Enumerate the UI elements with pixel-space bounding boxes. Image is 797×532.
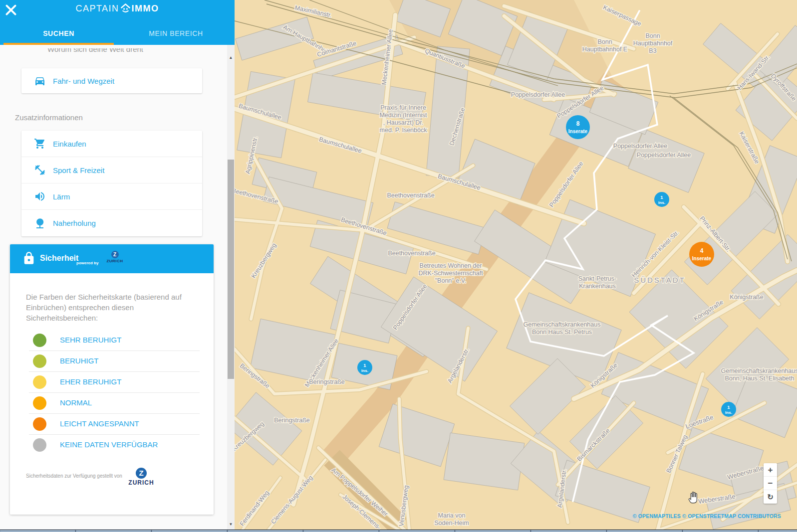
sidebar-content: Worum sich deine Welt dreht Fahr- und We… (0, 45, 227, 530)
svg-text:Ins.: Ins. (361, 368, 368, 373)
map-label-med-p-isenb-ck: med. P. Isenböck (380, 127, 428, 134)
svg-text:Ins.: Ins. (725, 410, 732, 415)
extra-item-naherholung[interactable]: Naherholung (21, 210, 202, 236)
rotate-reset-button[interactable]: ↻ (764, 490, 777, 504)
security-legend: SEHR BERUHIGTBERUHIGTEHER BERUHIGTNORMAL… (10, 330, 214, 456)
svg-text:1: 1 (363, 362, 366, 368)
dumbbell-icon (34, 164, 46, 176)
section-heading: Worum sich deine Welt dreht (47, 48, 143, 56)
map-label-gemeinschaftskrankenhaus: Gemeinschaftskrankenhaus (524, 321, 601, 328)
map-label-bonn-haus-st-petrus: Bonn Haus St. Petrus (532, 329, 592, 336)
tab-suchen[interactable]: SUCHEN (0, 22, 117, 45)
map-label-bonn-haus-st-elisabeth: Bonn, Haus St. Elisabeth (725, 375, 795, 382)
legend-label: LEICHT ANGESPANNT (60, 419, 139, 428)
legend-label: NORMAL (60, 398, 92, 407)
map-marker-4-inserate[interactable]: 4Inserate (689, 242, 714, 267)
map-canvas[interactable]: Maximilianstr.Am HauptbahnhofKaiserpassa… (235, 0, 797, 532)
map-label-beethovenstra-e: Beethovenstraße (387, 192, 434, 199)
map-label-hausarzt-dr: , Hausarzt) Dr. (383, 119, 424, 126)
powered-by-label: powered by (76, 261, 98, 265)
map-attribution[interactable]: © OPENMAPTILES © OPENSTREETMAP CONTRIBUT… (633, 513, 781, 519)
svg-text:1: 1 (660, 194, 663, 200)
map-label-beringstra-e: Beringstraße (309, 378, 345, 385)
extra-item-label: Naherholung (53, 219, 96, 227)
map-label-betreutes-wohnen-der: Betreutes Wohnen der (420, 262, 482, 269)
map-marker-1-ins[interactable]: 1Ins. (357, 360, 372, 375)
map-label-drk-schwesternschaft: DRK-Schwesternschaft (418, 270, 483, 277)
extra-item-label: Sport & Freizeit (53, 166, 104, 175)
logo-captain: CAPTAIN (75, 3, 119, 13)
map-label-maria-von: Maria von (438, 512, 466, 519)
map-label-beethovenstra-e: Beethovenstraße (388, 250, 435, 257)
extra-item-einkaufen[interactable]: Einkaufen (21, 131, 202, 157)
svg-text:Inserate: Inserate (568, 129, 588, 134)
map-label-hauptbahnhof: Hauptbahnhof (633, 40, 673, 47)
security-footer-text: Sicherheitsdaten zur Verfügung gestellt … (26, 473, 122, 479)
legend-color-dot (33, 438, 46, 452)
tab-mein-bereich[interactable]: MEIN BEREICH (117, 22, 235, 45)
map-marker-1-ins[interactable]: 1Ins. (721, 402, 736, 417)
map-label-poppelsdorfer-allee: Poppelsdorfer Allee (637, 152, 691, 159)
car-icon (34, 75, 46, 87)
legend-color-dot (33, 417, 46, 431)
map-label-poppelsdorfer-allee: Poppelsdorfer Allee (511, 91, 565, 98)
map-label-gemeinschaftskrankenhaus: Gemeinschaftskrankenhaus (721, 367, 797, 374)
extra-item-l-rm[interactable]: Lärm (21, 183, 202, 210)
legend-label: BERUHIGT (60, 356, 99, 365)
zurich-logo-small: Z ZURICH (100, 251, 130, 263)
legend-label: SEHR BERUHIGT (60, 336, 121, 344)
map-marker-1-ins[interactable]: 1Ins. (654, 192, 669, 207)
map-label-soden-heim: Soden-Heim (434, 520, 469, 527)
legend-item-eher-beruhigt: EHER BERUHIGT (10, 372, 214, 393)
zoom-in-button[interactable]: + (764, 463, 777, 477)
house-icon (120, 3, 131, 16)
logo-immo: IMMO (132, 3, 159, 13)
map-label-b3: B3 (649, 47, 656, 54)
map-label-sankt-petrus: Sankt-Petrus- (578, 275, 616, 282)
security-header[interactable]: Sicherheit powered by Z ZURICH (10, 244, 214, 273)
map-label-s-dstadt: SÜDSTADT (634, 276, 686, 284)
map-label-hauptbahnhof-e: Hauptbahnhof E (582, 46, 627, 53)
security-footer: Sicherheitsdaten zur Verfügung gestellt … (26, 468, 196, 487)
legend-item-normal: NORMAL (10, 393, 214, 414)
svg-text:8: 8 (576, 120, 580, 127)
map-label-k-nigstra-e: Königstraße (730, 294, 763, 301)
map-label-medizin-internist: Medizin (Internist (379, 112, 427, 119)
map-marker-8-inserate[interactable]: 8Inserate (566, 115, 590, 139)
cart-icon (34, 138, 46, 150)
legend-label: KEINE DATEN VERFÜGBAR (60, 440, 158, 449)
lock-icon (22, 251, 36, 266)
zurich-z-icon: Z (136, 468, 147, 479)
map-label-bonn: Bonn (597, 38, 612, 45)
app-header: CAPTAINIMMO SUCHENMEIN BEREICH (0, 0, 235, 45)
svg-text:Ins.: Ins. (658, 200, 665, 205)
security-title: Sicherheit (40, 254, 78, 263)
scroll-down-icon[interactable]: ▼ (227, 521, 235, 529)
map-label-bonn-e-v: "Bonn" e.V. (435, 277, 467, 284)
sidebar: CAPTAINIMMO SUCHENMEIN BEREICH Worum sic… (0, 0, 235, 530)
scrollbar-thumb[interactable] (228, 160, 234, 379)
legend-item-beruhigt: BERUHIGT (10, 351, 214, 372)
legend-color-dot (33, 334, 46, 347)
captain-immo-app: CAPTAINIMMO SUCHENMEIN BEREICH Worum sic… (0, 0, 797, 532)
svg-text:1: 1 (727, 404, 730, 410)
map-label-krankenhaus: Krankenhaus (579, 283, 616, 290)
tree-icon (34, 217, 46, 229)
map-label-beringstra-e: Beringstraße (274, 417, 310, 424)
tab-bar: SUCHENMEIN BEREICH (0, 22, 235, 45)
legend-item-leicht-angespannt: LEICHT ANGESPANNT (10, 414, 214, 435)
svg-text:4: 4 (700, 247, 704, 254)
zoom-out-button[interactable]: − (764, 477, 777, 490)
sidebar-scrollbar[interactable]: ▲ ▼ (227, 45, 235, 530)
map-label-bonn: Bonn (645, 32, 660, 39)
scroll-up-icon[interactable]: ▲ (227, 54, 235, 62)
legend-label: EHER BERUHIGT (60, 377, 121, 386)
extra-item-label: Einkaufen (53, 140, 86, 148)
extra-item-label: Lärm (53, 192, 70, 201)
legend-item-sehr-beruhigt: SEHR BERUHIGT (10, 330, 214, 351)
map-zoom-control: + − ↻ (764, 463, 777, 504)
extra-item-sport-freizeit[interactable]: Sport & Freizeit (21, 157, 202, 183)
map-label-praxis-f-r-innere: Praxis für Innere (380, 104, 426, 111)
travel-time-button[interactable]: Fahr- und Wegzeit (21, 68, 202, 93)
zurich-z-icon: Z (111, 251, 119, 258)
